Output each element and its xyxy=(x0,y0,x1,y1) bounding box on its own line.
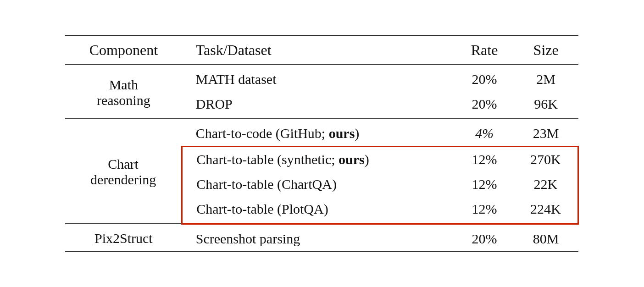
rate-chart-to-table-synthetic: 12% xyxy=(455,146,513,172)
task-math-dataset: MATH dataset xyxy=(182,65,455,92)
rate-chart-to-code: 4% xyxy=(455,119,513,147)
component-math-reasoning: Mathreasoning xyxy=(65,65,182,119)
size-math-dataset: 2M xyxy=(514,65,578,92)
table-row: Chartderendering Chart-to-code (GitHub; … xyxy=(65,119,578,147)
task-chart-to-table-plotqa: Chart-to-table (PlotQA) xyxy=(182,197,455,224)
component-pix2struct: Pix2Struct xyxy=(65,224,182,252)
header-size: Size xyxy=(514,36,578,65)
rate-chart-to-table-plotqa: 12% xyxy=(455,197,513,224)
size-chart-to-table-chartqa: 22K xyxy=(514,172,578,197)
size-drop: 96K xyxy=(514,92,578,119)
task-drop: DROP xyxy=(182,92,455,119)
rate-chart-to-table-chartqa: 12% xyxy=(455,172,513,197)
size-chart-to-table-plotqa: 224K xyxy=(514,197,578,224)
task-chart-to-table-synthetic: Chart-to-table (synthetic; ours) xyxy=(182,146,455,172)
table-container: Component Task/Dataset Rate Size Mathrea… xyxy=(47,26,597,261)
size-chart-to-code: 23M xyxy=(514,119,578,147)
rate-pix2struct: 20% xyxy=(455,224,513,252)
table-row: Mathreasoning MATH dataset 20% 2M xyxy=(65,65,578,92)
header-component: Component xyxy=(65,36,182,65)
data-table: Component Task/Dataset Rate Size Mathrea… xyxy=(65,35,579,252)
header-rate: Rate xyxy=(455,36,513,65)
header-row: Component Task/Dataset Rate Size xyxy=(65,36,578,65)
component-chart-derendering: Chartderendering xyxy=(65,119,182,224)
rate-drop: 20% xyxy=(455,92,513,119)
task-chart-to-code: Chart-to-code (GitHub; ours) xyxy=(182,119,455,147)
size-chart-to-table-synthetic: 270K xyxy=(514,146,578,172)
task-screenshot-parsing: Screenshot parsing xyxy=(182,224,455,252)
header-task-dataset: Task/Dataset xyxy=(182,36,455,65)
table-row: Pix2Struct Screenshot parsing 20% 80M xyxy=(65,224,578,252)
task-chart-to-table-chartqa: Chart-to-table (ChartQA) xyxy=(182,172,455,197)
size-pix2struct: 80M xyxy=(514,224,578,252)
rate-math-dataset: 20% xyxy=(455,65,513,92)
